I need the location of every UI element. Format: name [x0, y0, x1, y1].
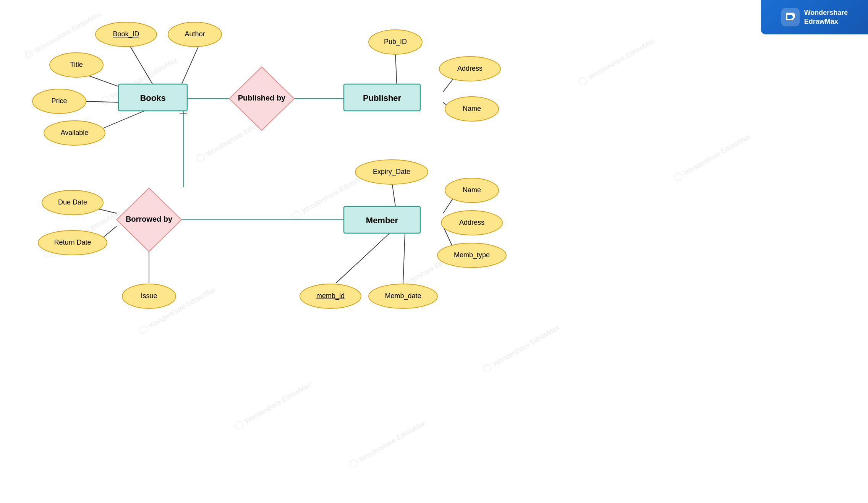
attr-title-label: Title	[70, 61, 83, 68]
brand-bottom: EdrawMax	[804, 17, 848, 26]
entity-member-label: Member	[366, 216, 398, 225]
attr-due-date-label: Due Date	[58, 198, 87, 206]
attr-book-id-label: Book_ID	[113, 30, 139, 38]
logo-banner: Wondershare EdrawMax	[761, 0, 868, 34]
logo-text: Wondershare EdrawMax	[804, 8, 848, 26]
attr-name-pub-label: Name	[463, 105, 481, 112]
attr-address-mem-label: Address	[459, 219, 484, 226]
attr-expiry-date-label: Expiry_Date	[373, 168, 410, 176]
entity-publisher-label: Publisher	[363, 93, 402, 103]
attr-author-label: Author	[185, 30, 205, 38]
relation-published-by-label: Published by	[238, 94, 286, 102]
svg-line-36	[403, 233, 405, 284]
attr-return-date-label: Return Date	[54, 239, 91, 246]
attr-memb-date-label: Memb_date	[385, 292, 421, 300]
attr-pub-id-label: Pub_ID	[384, 38, 407, 46]
relation-borrowed-by-label: Borrowed by	[126, 215, 173, 223]
logo-icon	[781, 8, 800, 26]
attr-issue-label: Issue	[141, 292, 157, 300]
attr-name-mem-label: Name	[463, 186, 481, 194]
entity-books-label: Books	[140, 93, 165, 103]
diagram-svg: Books Publisher Member Published by Borr…	[0, 0, 868, 503]
brand-top: Wondershare	[804, 8, 848, 17]
attr-address-pub-label: Address	[457, 65, 483, 72]
attr-memb-id-label: memb_id	[316, 292, 345, 300]
svg-line-35	[336, 233, 390, 283]
attr-price-label: Price	[51, 97, 67, 105]
attr-memb-type-label: Memb_type	[454, 251, 490, 259]
attr-available-label: Available	[61, 129, 89, 136]
